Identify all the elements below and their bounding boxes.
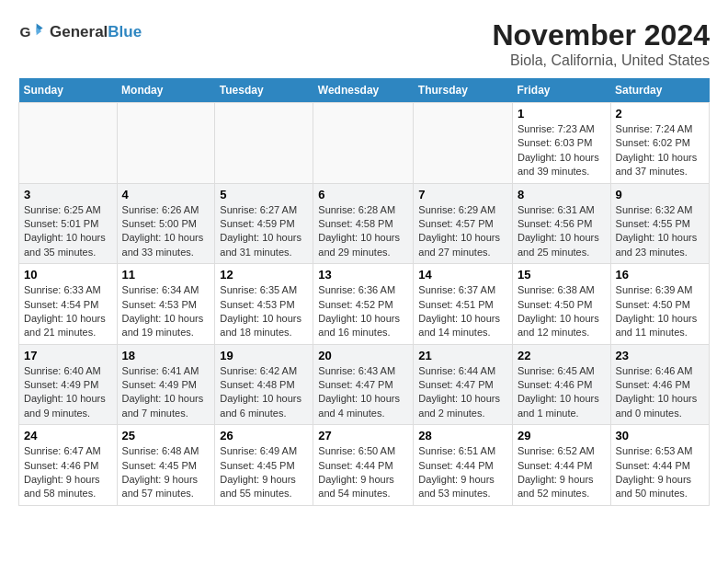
header-sunday: Sunday <box>19 78 118 103</box>
header-friday: Friday <box>513 78 611 103</box>
calendar-cell: 7Sunrise: 6:29 AM Sunset: 4:57 PM Daylig… <box>414 183 513 264</box>
day-number: 22 <box>518 349 606 362</box>
calendar-cell: 14Sunrise: 6:37 AM Sunset: 4:51 PM Dayli… <box>414 264 513 345</box>
calendar-cell: 8Sunrise: 6:31 AM Sunset: 4:56 PM Daylig… <box>513 183 611 264</box>
day-number: 24 <box>24 429 112 442</box>
calendar-cell: 3Sunrise: 6:25 AM Sunset: 5:01 PM Daylig… <box>19 183 118 264</box>
calendar-header-row: SundayMondayTuesdayWednesdayThursdayFrid… <box>19 78 710 103</box>
calendar-cell: 1Sunrise: 7:23 AM Sunset: 6:03 PM Daylig… <box>513 103 611 184</box>
calendar-cell: 17Sunrise: 6:40 AM Sunset: 4:49 PM Dayli… <box>19 344 118 425</box>
calendar-cell: 24Sunrise: 6:47 AM Sunset: 4:46 PM Dayli… <box>19 425 118 506</box>
day-info: Sunrise: 6:28 AM Sunset: 4:58 PM Dayligh… <box>318 203 408 260</box>
day-info: Sunrise: 6:34 AM Sunset: 4:53 PM Dayligh… <box>122 283 210 340</box>
calendar-cell: 30Sunrise: 6:53 AM Sunset: 4:44 PM Dayli… <box>610 425 709 506</box>
day-number: 18 <box>122 349 210 362</box>
day-info: Sunrise: 6:41 AM Sunset: 4:49 PM Dayligh… <box>122 364 210 421</box>
day-number: 27 <box>318 429 408 442</box>
day-info: Sunrise: 6:42 AM Sunset: 4:48 PM Dayligh… <box>220 364 308 421</box>
calendar-week-3: 10Sunrise: 6:33 AM Sunset: 4:54 PM Dayli… <box>19 264 710 345</box>
calendar-week-5: 24Sunrise: 6:47 AM Sunset: 4:46 PM Dayli… <box>19 425 710 506</box>
logo: G GeneralBlue <box>18 18 142 44</box>
calendar-cell: 18Sunrise: 6:41 AM Sunset: 4:49 PM Dayli… <box>117 344 215 425</box>
day-number: 7 <box>418 188 507 201</box>
day-number: 23 <box>616 349 704 362</box>
calendar-cell: 6Sunrise: 6:28 AM Sunset: 4:58 PM Daylig… <box>313 183 414 264</box>
day-info: Sunrise: 6:44 AM Sunset: 4:47 PM Dayligh… <box>418 364 507 421</box>
day-info: Sunrise: 6:45 AM Sunset: 4:46 PM Dayligh… <box>518 364 606 421</box>
page-subtitle: Biola, California, United States <box>492 52 710 69</box>
day-number: 6 <box>318 188 408 201</box>
day-number: 12 <box>220 268 308 282</box>
day-number: 4 <box>122 188 210 201</box>
calendar-cell: 19Sunrise: 6:42 AM Sunset: 4:48 PM Dayli… <box>215 344 313 425</box>
calendar-cell: 20Sunrise: 6:43 AM Sunset: 4:47 PM Dayli… <box>313 344 414 425</box>
calendar-cell <box>117 103 215 184</box>
day-number: 3 <box>24 188 112 201</box>
day-info: Sunrise: 6:51 AM Sunset: 4:44 PM Dayligh… <box>418 444 507 501</box>
day-info: Sunrise: 6:48 AM Sunset: 4:45 PM Dayligh… <box>122 444 210 501</box>
page-header: G GeneralBlue November 2024 Biola, Calif… <box>18 18 710 69</box>
day-number: 9 <box>616 188 704 201</box>
day-number: 14 <box>418 268 507 282</box>
calendar-cell: 4Sunrise: 6:26 AM Sunset: 5:00 PM Daylig… <box>117 183 215 264</box>
day-info: Sunrise: 6:35 AM Sunset: 4:53 PM Dayligh… <box>220 283 308 340</box>
day-number: 2 <box>616 107 704 121</box>
calendar-cell: 15Sunrise: 6:38 AM Sunset: 4:50 PM Dayli… <box>513 264 611 345</box>
day-info: Sunrise: 6:50 AM Sunset: 4:44 PM Dayligh… <box>318 444 408 501</box>
day-info: Sunrise: 6:32 AM Sunset: 4:55 PM Dayligh… <box>616 203 704 260</box>
calendar-cell <box>19 103 118 184</box>
calendar-cell: 10Sunrise: 6:33 AM Sunset: 4:54 PM Dayli… <box>19 264 118 345</box>
day-info: Sunrise: 6:39 AM Sunset: 4:50 PM Dayligh… <box>616 283 704 340</box>
calendar-cell: 22Sunrise: 6:45 AM Sunset: 4:46 PM Dayli… <box>513 344 611 425</box>
day-info: Sunrise: 6:43 AM Sunset: 4:47 PM Dayligh… <box>318 364 408 421</box>
day-number: 28 <box>418 429 507 442</box>
calendar-cell: 25Sunrise: 6:48 AM Sunset: 4:45 PM Dayli… <box>117 425 215 506</box>
day-number: 1 <box>518 107 606 121</box>
calendar-cell <box>313 103 414 184</box>
calendar-cell: 29Sunrise: 6:52 AM Sunset: 4:44 PM Dayli… <box>513 425 611 506</box>
header-tuesday: Tuesday <box>215 78 313 103</box>
day-number: 19 <box>220 349 308 362</box>
day-number: 5 <box>220 188 308 201</box>
calendar-cell <box>215 103 313 184</box>
calendar-week-1: 1Sunrise: 7:23 AM Sunset: 6:03 PM Daylig… <box>19 103 710 184</box>
day-info: Sunrise: 6:52 AM Sunset: 4:44 PM Dayligh… <box>518 444 606 501</box>
calendar-cell: 16Sunrise: 6:39 AM Sunset: 4:50 PM Dayli… <box>610 264 709 345</box>
header-thursday: Thursday <box>414 78 513 103</box>
day-info: Sunrise: 6:53 AM Sunset: 4:44 PM Dayligh… <box>616 444 704 501</box>
calendar-cell: 11Sunrise: 6:34 AM Sunset: 4:53 PM Dayli… <box>117 264 215 345</box>
svg-text:G: G <box>19 24 30 40</box>
logo-blue: Blue <box>108 23 142 40</box>
calendar-week-4: 17Sunrise: 6:40 AM Sunset: 4:49 PM Dayli… <box>19 344 710 425</box>
day-number: 20 <box>318 349 408 362</box>
day-info: Sunrise: 6:46 AM Sunset: 4:46 PM Dayligh… <box>616 364 704 421</box>
calendar-cell: 21Sunrise: 6:44 AM Sunset: 4:47 PM Dayli… <box>414 344 513 425</box>
day-number: 10 <box>24 268 112 282</box>
page-title: November 2024 <box>492 18 710 52</box>
day-number: 29 <box>518 429 606 442</box>
calendar-table: SundayMondayTuesdayWednesdayThursdayFrid… <box>18 78 710 506</box>
calendar-cell: 2Sunrise: 7:24 AM Sunset: 6:02 PM Daylig… <box>610 103 709 184</box>
calendar-cell: 28Sunrise: 6:51 AM Sunset: 4:44 PM Dayli… <box>414 425 513 506</box>
day-info: Sunrise: 6:49 AM Sunset: 4:45 PM Dayligh… <box>220 444 308 501</box>
day-info: Sunrise: 7:23 AM Sunset: 6:03 PM Dayligh… <box>518 122 606 179</box>
day-info: Sunrise: 6:36 AM Sunset: 4:52 PM Dayligh… <box>318 283 408 340</box>
day-info: Sunrise: 6:27 AM Sunset: 4:59 PM Dayligh… <box>220 203 308 260</box>
day-info: Sunrise: 6:37 AM Sunset: 4:51 PM Dayligh… <box>418 283 507 340</box>
header-wednesday: Wednesday <box>313 78 414 103</box>
day-info: Sunrise: 6:29 AM Sunset: 4:57 PM Dayligh… <box>418 203 507 260</box>
day-number: 21 <box>418 349 507 362</box>
day-number: 16 <box>616 268 704 282</box>
calendar-cell: 26Sunrise: 6:49 AM Sunset: 4:45 PM Dayli… <box>215 425 313 506</box>
calendar-cell: 13Sunrise: 6:36 AM Sunset: 4:52 PM Dayli… <box>313 264 414 345</box>
calendar-cell: 5Sunrise: 6:27 AM Sunset: 4:59 PM Daylig… <box>215 183 313 264</box>
day-number: 15 <box>518 268 606 282</box>
day-info: Sunrise: 6:31 AM Sunset: 4:56 PM Dayligh… <box>518 203 606 260</box>
calendar-cell: 12Sunrise: 6:35 AM Sunset: 4:53 PM Dayli… <box>215 264 313 345</box>
calendar-cell: 27Sunrise: 6:50 AM Sunset: 4:44 PM Dayli… <box>313 425 414 506</box>
header-monday: Monday <box>117 78 215 103</box>
day-info: Sunrise: 6:33 AM Sunset: 4:54 PM Dayligh… <box>24 283 112 340</box>
day-number: 26 <box>220 429 308 442</box>
day-info: Sunrise: 6:47 AM Sunset: 4:46 PM Dayligh… <box>24 444 112 501</box>
calendar-week-2: 3Sunrise: 6:25 AM Sunset: 5:01 PM Daylig… <box>19 183 710 264</box>
